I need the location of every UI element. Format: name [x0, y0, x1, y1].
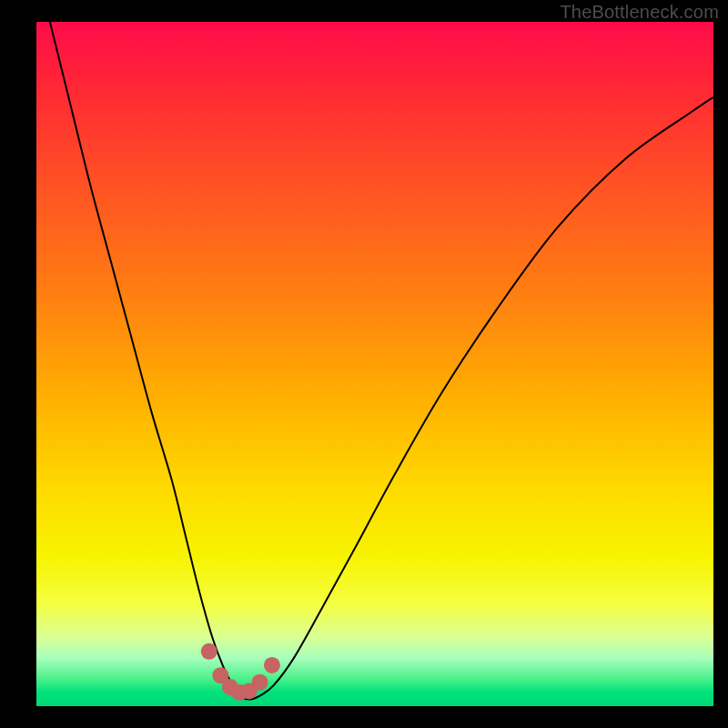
- chart-svg: [36, 22, 713, 706]
- curve-markers: [201, 643, 280, 701]
- chart-container: TheBottleneck.com: [0, 0, 728, 728]
- plot-area: [36, 22, 713, 706]
- marker-dot: [252, 674, 268, 691]
- bottleneck-curve: [50, 22, 713, 699]
- marker-dot: [201, 643, 217, 660]
- bottleneck-curve-path: [50, 22, 713, 699]
- watermark-text: TheBottleneck.com: [560, 2, 719, 23]
- marker-dot: [264, 657, 280, 673]
